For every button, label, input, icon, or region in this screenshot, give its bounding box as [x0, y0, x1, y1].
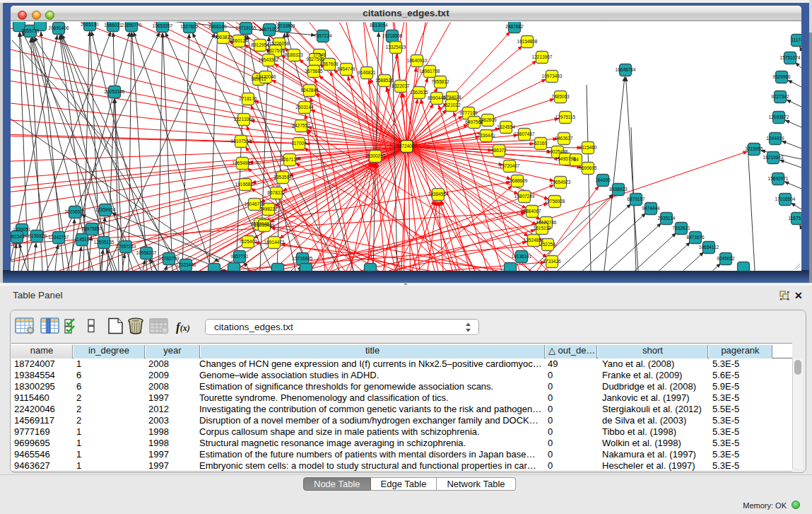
svg-text:7625402: 7625402 — [239, 239, 257, 244]
svg-text:18300295: 18300295 — [365, 153, 386, 158]
svg-text:1244419: 1244419 — [766, 136, 784, 141]
svg-text:2718176: 2718176 — [239, 96, 257, 101]
svg-text:9242848: 9242848 — [300, 88, 319, 93]
svg-text:16099489: 16099489 — [254, 223, 275, 228]
svg-text:19166827: 19166827 — [235, 182, 256, 187]
svg-text:10719155: 10719155 — [236, 25, 257, 30]
svg-text:7955812: 7955812 — [431, 79, 449, 84]
svg-text:7462609: 7462609 — [478, 117, 497, 122]
svg-text:486372: 486372 — [491, 148, 507, 153]
svg-text:16107552: 16107552 — [231, 139, 252, 144]
svg-text:3055721: 3055721 — [21, 28, 40, 33]
svg-text:7632621: 7632621 — [672, 226, 690, 230]
svg-text:1527602: 1527602 — [180, 24, 199, 29]
svg-text:9115460: 9115460 — [579, 145, 597, 150]
svg-text:17016504: 17016504 — [775, 197, 796, 201]
svg-text:9777169: 9777169 — [459, 110, 478, 115]
svg-text:391541: 391541 — [11, 234, 25, 239]
svg-text:3675685: 3675685 — [305, 69, 323, 74]
svg-text:20691406: 20691406 — [49, 25, 69, 30]
svg-text:9327505: 9327505 — [266, 48, 285, 53]
svg-text:16648784: 16648784 — [616, 67, 636, 72]
svg-text:8938923: 8938923 — [609, 187, 628, 192]
svg-text:2065130: 2065130 — [81, 22, 99, 27]
svg-text:8466160: 8466160 — [208, 24, 227, 29]
svg-text:12093872: 12093872 — [769, 115, 789, 119]
svg-text:19218506: 19218506 — [382, 33, 403, 38]
svg-text:1615112: 1615112 — [534, 226, 551, 230]
svg-text:16046738: 16046738 — [245, 201, 265, 206]
svg-text:252254: 252254 — [540, 242, 555, 247]
svg-text:18640910: 18640910 — [407, 58, 428, 63]
svg-text:15226058: 15226058 — [269, 41, 290, 46]
svg-text:23420046: 23420046 — [256, 74, 276, 79]
svg-text:164095: 164095 — [595, 177, 611, 182]
svg-text:19654923: 19654923 — [551, 180, 571, 185]
svg-text:10654112: 10654112 — [699, 245, 719, 250]
svg-text:11156829: 11156829 — [27, 233, 47, 238]
svg-text:14136141: 14136141 — [512, 254, 532, 259]
svg-text:15692971: 15692971 — [768, 176, 789, 181]
svg-text:16154808: 16154808 — [517, 39, 538, 44]
svg-text:12505135: 12505135 — [94, 240, 114, 245]
svg-text:6879197: 6879197 — [627, 197, 645, 201]
svg-text:9884067: 9884067 — [523, 209, 541, 214]
svg-text:15720407: 15720407 — [500, 163, 520, 168]
svg-text:13325419: 13325419 — [386, 45, 406, 49]
svg-text:12323446: 12323446 — [176, 262, 196, 267]
svg-text:1353594: 1353594 — [273, 175, 292, 180]
svg-text:1362635: 1362635 — [410, 90, 428, 95]
svg-text:62160: 62160 — [534, 141, 547, 146]
svg-text:10973493: 10973493 — [542, 74, 563, 78]
svg-text:10688609: 10688609 — [507, 178, 528, 183]
svg-text:16914473: 16914473 — [264, 240, 285, 245]
svg-text:3267130: 3267130 — [281, 157, 299, 162]
svg-text:8678332: 8678332 — [267, 190, 286, 195]
svg-text:20206535: 20206535 — [65, 209, 86, 214]
svg-text:16543362: 16543362 — [259, 57, 279, 62]
svg-text:84: 84 — [573, 157, 579, 162]
svg-text:10653267: 10653267 — [153, 23, 173, 28]
svg-text:8186323: 8186323 — [285, 52, 303, 57]
svg-text:16961758: 16961758 — [420, 69, 440, 74]
svg-text:9463627: 9463627 — [555, 136, 573, 141]
svg-text:7357224: 7357224 — [314, 33, 332, 38]
svg-text:10958107: 10958107 — [136, 250, 157, 255]
svg-text:19384554: 19384554 — [428, 192, 449, 197]
svg-text:16033809: 16033809 — [275, 23, 295, 28]
svg-text:11174: 11174 — [791, 37, 801, 42]
svg-text:10025438: 10025438 — [548, 149, 568, 154]
svg-text:2336441: 2336441 — [477, 133, 495, 138]
svg-text:9327508: 9327508 — [306, 57, 324, 62]
svg-text:21850770: 21850770 — [122, 23, 142, 28]
svg-text:9699695: 9699695 — [579, 165, 597, 170]
svg-text:8813054: 8813054 — [370, 23, 388, 28]
svg-text:8322037: 8322037 — [392, 83, 410, 88]
svg-text:1986021: 1986021 — [104, 23, 122, 28]
svg-text:6794028: 6794028 — [443, 95, 461, 100]
svg-text:3498222: 3498222 — [259, 206, 278, 211]
svg-text:12975115: 12975115 — [555, 115, 576, 119]
svg-text:2603144: 2603144 — [295, 105, 314, 110]
svg-text:17359934: 17359934 — [95, 207, 116, 212]
svg-text:12342757: 12342757 — [49, 235, 69, 240]
svg-text:93975857: 93975857 — [82, 226, 102, 231]
svg-text:1167533: 1167533 — [789, 216, 801, 221]
svg-text:8912954: 8912954 — [251, 42, 269, 47]
svg-text:1733426: 1733426 — [543, 259, 561, 264]
svg-text:26053346: 26053346 — [105, 89, 125, 94]
svg-text:1621022: 1621022 — [442, 103, 461, 107]
svg-text:16210643: 16210643 — [763, 155, 784, 160]
svg-text:2487682: 2487682 — [505, 24, 524, 29]
svg-text:9245052: 9245052 — [717, 256, 735, 261]
svg-text:16782759: 16782759 — [159, 256, 180, 261]
svg-text:3215955: 3215955 — [745, 146, 763, 151]
svg-text:2367608: 2367608 — [320, 62, 339, 66]
svg-text:17957253: 17957253 — [116, 244, 136, 249]
svg-text:1335051: 1335051 — [13, 227, 31, 232]
svg-text:12213369: 12213369 — [234, 117, 254, 122]
svg-text:15751074: 15751074 — [780, 55, 801, 60]
svg-text:8660124: 8660124 — [230, 38, 248, 43]
svg-text:10807487: 10807487 — [514, 132, 535, 136]
svg-text:8454749: 8454749 — [337, 66, 355, 71]
